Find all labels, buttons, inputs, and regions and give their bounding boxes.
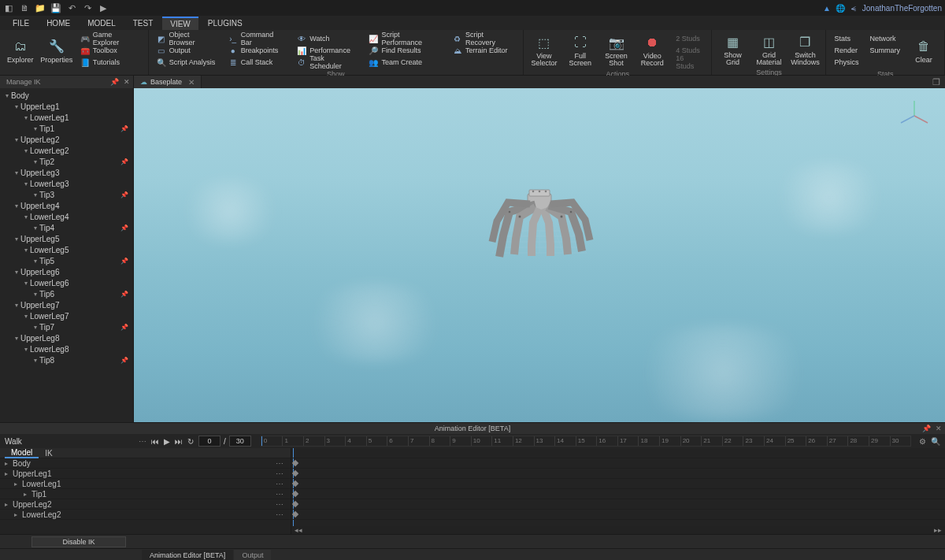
- pin-icon[interactable]: 📌: [120, 224, 133, 232]
- tab-animation-editor[interactable]: Animation Editor [BETA]: [142, 550, 233, 561]
- two-studs-button[interactable]: 2 Studs: [673, 33, 706, 44]
- tab-close-icon[interactable]: ✕: [188, 78, 195, 87]
- video-record-button[interactable]: ⏺Video Record: [635, 32, 669, 69]
- breakpoints-button[interactable]: ●Breakpoints: [225, 45, 290, 56]
- ruler-tick[interactable]: 10: [471, 436, 492, 446]
- find-results-button[interactable]: 🔎Find Results: [365, 45, 445, 56]
- anim-row[interactable]: ▸Tip1⋯: [0, 489, 291, 499]
- output-button[interactable]: ▭Output: [154, 45, 220, 56]
- anim-row[interactable]: ▸Body⋯: [0, 458, 291, 469]
- call-stack-button[interactable]: ≣Call Stack: [225, 57, 290, 68]
- tree-row[interactable]: ▾UpperLeg3: [0, 167, 133, 178]
- globe-icon[interactable]: 🌐: [836, 4, 845, 13]
- tree-row[interactable]: ▾Tip5📌: [0, 255, 133, 266]
- ruler-tick[interactable]: 30: [890, 436, 911, 446]
- track[interactable]: [291, 499, 945, 510]
- ruler-tick[interactable]: 27: [827, 436, 848, 446]
- close-icon[interactable]: ✕: [124, 78, 130, 86]
- anim-row[interactable]: ▸LowerLeg1⋯: [0, 479, 291, 489]
- render-button[interactable]: Render: [831, 45, 862, 56]
- pin-icon[interactable]: 📌: [110, 78, 119, 86]
- menu-view[interactable]: VIEW: [162, 17, 198, 30]
- scroll-left-icon[interactable]: ◂◂: [295, 526, 302, 534]
- keyframe[interactable]: [292, 460, 298, 466]
- animation-tracks[interactable]: ◂◂▸▸: [291, 448, 945, 534]
- ruler-tick[interactable]: 21: [701, 436, 722, 446]
- toggle-icon[interactable]: ▾: [3, 92, 11, 99]
- playhead[interactable]: [261, 436, 262, 446]
- ruler-tick[interactable]: 26: [806, 436, 827, 446]
- undo-icon[interactable]: ↶: [66, 2, 77, 13]
- toggle-icon[interactable]: ▾: [13, 335, 20, 342]
- tree-row[interactable]: ▾LowerLeg8: [0, 343, 133, 354]
- animation-name[interactable]: Walk⋯: [5, 437, 146, 446]
- ruler-tick[interactable]: 9: [450, 436, 471, 446]
- tree-row[interactable]: ▾UpperLeg4: [0, 200, 133, 211]
- ik-tree[interactable]: ▾Body▾UpperLeg1▾LowerLeg1▾Tip1📌▾UpperLeg…: [0, 88, 133, 422]
- next-frame-button[interactable]: ⏭: [175, 437, 183, 446]
- ruler-tick[interactable]: 11: [491, 436, 513, 446]
- menu-model[interactable]: MODEL: [80, 17, 124, 29]
- ruler-tick[interactable]: 0: [261, 436, 283, 446]
- summary-button[interactable]: Summary: [866, 45, 903, 56]
- full-screen-button[interactable]: ⛶Full Screen: [563, 32, 598, 69]
- tree-row[interactable]: ▾UpperLeg6: [0, 266, 133, 277]
- toggle-icon[interactable]: ▾: [13, 103, 20, 110]
- tree-row[interactable]: ▾LowerLeg5: [0, 244, 133, 255]
- open-icon[interactable]: 📁: [35, 2, 46, 13]
- task-scheduler-button[interactable]: ⏱Task Scheduler: [294, 57, 361, 68]
- axis-gizmo[interactable]: [895, 96, 934, 135]
- tree-row[interactable]: ▾UpperLeg1: [0, 101, 133, 112]
- grid-material-button[interactable]: ◫Grid Material: [751, 32, 786, 68]
- expand-icon[interactable]: ▸: [5, 460, 13, 467]
- keyframe[interactable]: [292, 470, 298, 477]
- pin-icon[interactable]: 📌: [120, 258, 133, 265]
- switch-windows-button[interactable]: ❐Switch Windows: [788, 32, 822, 68]
- ruler-tick[interactable]: 1: [282, 436, 303, 446]
- toggle-icon[interactable]: ▾: [13, 269, 20, 276]
- keyframe[interactable]: [292, 511, 298, 517]
- script-performance-button[interactable]: 📈Script Performance: [365, 33, 445, 44]
- menu-plugins[interactable]: PLUGINS: [200, 17, 250, 29]
- toggle-icon[interactable]: ▾: [32, 357, 39, 364]
- row-menu-icon[interactable]: ⋯: [276, 480, 291, 488]
- toggle-icon[interactable]: ▾: [32, 125, 39, 132]
- object-browser-button[interactable]: ◩Object Browser: [154, 33, 220, 44]
- tree-row[interactable]: ▾Tip6📌: [0, 288, 133, 299]
- toggle-icon[interactable]: ▾: [13, 136, 20, 143]
- tree-row[interactable]: ▾LowerLeg7: [0, 310, 133, 321]
- ruler-tick[interactable]: 2: [303, 436, 324, 446]
- tree-row[interactable]: ▾Tip3📌: [0, 189, 133, 200]
- ruler-tick[interactable]: 5: [366, 436, 387, 446]
- ruler-tick[interactable]: 22: [722, 436, 743, 446]
- anim-row[interactable]: ▸UpperLeg1⋯: [0, 469, 291, 479]
- toggle-icon[interactable]: ▾: [13, 302, 20, 309]
- pin-icon[interactable]: 📌: [120, 158, 133, 165]
- disable-ik-button[interactable]: Disable IK: [32, 536, 126, 547]
- game-explorer-button[interactable]: 🎮Game Explorer: [77, 33, 143, 44]
- toggle-icon[interactable]: ▾: [32, 291, 39, 298]
- ruler-tick[interactable]: 3: [324, 436, 346, 446]
- menu-home[interactable]: HOME: [39, 17, 78, 29]
- terrain-editor-button[interactable]: ⛰Terrain Editor: [450, 45, 518, 56]
- tree-row[interactable]: ▾LowerLeg4: [0, 211, 133, 222]
- pin-icon[interactable]: 📌: [120, 291, 133, 298]
- toggle-icon[interactable]: ▾: [13, 169, 20, 176]
- ruler-tick[interactable]: 17: [617, 436, 639, 446]
- loop-button[interactable]: ↻: [187, 437, 194, 446]
- toggle-icon[interactable]: ▾: [22, 147, 30, 154]
- spider-model[interactable]: [461, 166, 618, 276]
- first-frame-button[interactable]: ⏮: [151, 437, 159, 446]
- ruler-tick[interactable]: 16: [596, 436, 617, 446]
- tab-output[interactable]: Output: [234, 550, 271, 561]
- row-menu-icon[interactable]: ⋯: [276, 469, 291, 478]
- row-menu-icon[interactable]: ⋯: [276, 459, 291, 468]
- tree-row[interactable]: ▾LowerLeg2: [0, 145, 133, 156]
- ruler-tick[interactable]: 19: [659, 436, 680, 446]
- explorer-button[interactable]: 🗂Explorer: [3, 32, 38, 69]
- close-icon[interactable]: ✕: [936, 425, 942, 432]
- tree-row[interactable]: ▾Tip1📌: [0, 123, 133, 134]
- new-icon[interactable]: 🗎: [19, 2, 30, 13]
- tree-row[interactable]: ▾Tip8📌: [0, 354, 133, 365]
- zoom-icon[interactable]: 🔍: [931, 437, 940, 446]
